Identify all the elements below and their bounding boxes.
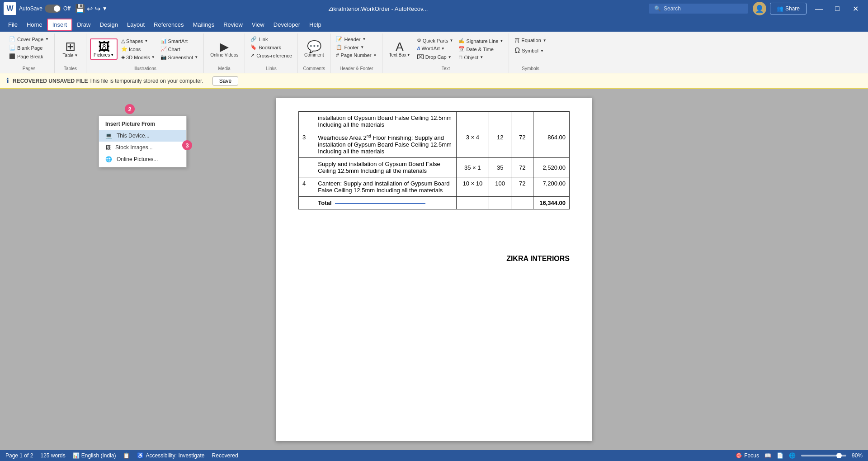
- cover-page-button[interactable]: 📄 Cover Page ▼: [7, 35, 51, 43]
- menu-layout[interactable]: Layout: [123, 19, 149, 30]
- cell-area: 35 × 1: [456, 158, 489, 177]
- tables-group: ⊞ Table ▼ Tables: [55, 33, 86, 73]
- redo-button[interactable]: ↪: [94, 5, 100, 13]
- zoom-slider[interactable]: [801, 455, 846, 456]
- print-layout-icon[interactable]: 📄: [777, 452, 783, 459]
- bookmark-button[interactable]: 🔖 Bookmark: [249, 43, 294, 51]
- maximize-button[interactable]: □: [828, 0, 846, 17]
- drop-cap-icon: ⌧: [417, 53, 424, 61]
- text-box-button[interactable]: A Text Box ▼: [386, 39, 413, 59]
- online-videos-icon: ▶: [220, 41, 229, 52]
- focus-button[interactable]: 🎯 Focus: [736, 452, 759, 459]
- object-button[interactable]: ◻ Object ▼: [457, 53, 505, 61]
- text-box-icon: A: [396, 41, 403, 52]
- link-icon: 🔗: [250, 36, 257, 42]
- close-button[interactable]: ✕: [846, 0, 864, 17]
- customize-button[interactable]: ▼: [102, 5, 108, 12]
- date-time-button[interactable]: 📅 Date & Time: [457, 45, 505, 53]
- read-mode-icon[interactable]: 📖: [764, 452, 771, 459]
- footer-icon: 📋: [336, 44, 342, 50]
- share-button[interactable]: 👥 Share: [770, 3, 807, 14]
- cell-amount: 864.00: [533, 131, 570, 158]
- avatar[interactable]: 👤: [753, 2, 766, 15]
- save-button[interactable]: 💾: [75, 4, 85, 14]
- screenshot-icon: 📷: [160, 54, 167, 60]
- links-group-label: Links: [249, 64, 294, 71]
- comment-button[interactable]: 💬 Comment: [302, 39, 326, 59]
- web-layout-icon[interactable]: 🌐: [789, 452, 796, 459]
- symbols-group-label: Symbols: [513, 64, 548, 71]
- menu-review[interactable]: Review: [219, 19, 247, 30]
- cell-rate: 72: [511, 177, 533, 197]
- menu-view[interactable]: View: [247, 19, 269, 30]
- notification-save-button[interactable]: Save: [212, 76, 238, 86]
- page-number-button[interactable]: # Page Number ▼: [334, 52, 378, 59]
- page-break-button[interactable]: ⬛ Page Break: [7, 52, 51, 60]
- zoom-thumb[interactable]: [836, 453, 842, 458]
- cell-description: Wearhouse Area 2nd Floor Finishing: Supp…: [314, 131, 456, 158]
- equation-button[interactable]: π Equation ▼: [513, 35, 548, 45]
- smartart-button[interactable]: 📊 SmartArt: [159, 37, 200, 45]
- link-button[interactable]: 🔗 Link: [249, 35, 294, 43]
- illustrations-group-label: Illustrations: [90, 64, 200, 71]
- search-box[interactable]: 🔍 Search: [649, 4, 748, 14]
- stock-images-item[interactable]: 🖼 Stock Images...: [99, 142, 186, 153]
- 3d-models-button[interactable]: ◈ 3D Models ▼: [119, 53, 157, 61]
- comment-icon: 💬: [307, 41, 321, 52]
- menu-home[interactable]: Home: [22, 19, 47, 30]
- cell-rate: 72: [511, 158, 533, 177]
- autosave-toggle[interactable]: [45, 5, 61, 13]
- language-indicator[interactable]: 📊 English (India): [73, 452, 116, 459]
- cell-description: Supply and installation of Gypsum Board …: [314, 158, 456, 177]
- blank-page-icon: 📃: [9, 45, 15, 51]
- wordart-button[interactable]: A WordArt ▼: [415, 45, 455, 52]
- cross-reference-button[interactable]: ↗ Cross-reference: [249, 52, 294, 59]
- language-icon: 📊: [73, 452, 80, 459]
- undo-button[interactable]: ↩: [87, 5, 93, 13]
- drop-cap-button[interactable]: ⌧ Drop Cap ▼: [415, 52, 455, 62]
- cell-qty: 100: [489, 177, 511, 197]
- spell-check-icon[interactable]: 📋: [123, 452, 130, 459]
- word-count: 125 words: [40, 452, 65, 459]
- menu-references[interactable]: References: [149, 19, 188, 30]
- date-time-icon: 📅: [458, 46, 465, 52]
- icons-button[interactable]: ⭐ Icons: [119, 45, 157, 53]
- pictures-button[interactable]: 🖼 Pictures ▼: [90, 38, 118, 60]
- cell-no: 4: [299, 177, 314, 197]
- cell-no: [299, 197, 314, 209]
- menu-draw[interactable]: Draw: [72, 19, 95, 30]
- signature-line-icon: ✍: [458, 38, 465, 44]
- menu-developer[interactable]: Developer: [269, 19, 305, 30]
- menu-insert[interactable]: Insert: [47, 19, 73, 31]
- notification-text: RECOVERED UNSAVED FILE This file is temp…: [13, 78, 203, 84]
- signature-line-button[interactable]: ✍ Signature Line ▼: [457, 37, 505, 45]
- online-pictures-item[interactable]: 🌐 Online Pictures...: [99, 153, 186, 165]
- comments-group-label: Comments: [302, 64, 326, 71]
- focus-icon: 🎯: [736, 452, 742, 459]
- chart-button[interactable]: 📈 Chart: [159, 45, 200, 53]
- share-icon: 👥: [777, 5, 783, 12]
- header-button[interactable]: 📝 Header ▼: [334, 35, 378, 43]
- footer-button[interactable]: 📋 Footer ▼: [334, 43, 378, 51]
- online-videos-button[interactable]: ▶ Online Videos: [208, 39, 241, 59]
- shapes-icon: △: [121, 38, 125, 44]
- table-button[interactable]: ⊞ Table ▼: [60, 39, 81, 59]
- menu-design[interactable]: Design: [95, 19, 123, 30]
- cell-area: [456, 112, 489, 131]
- cell-qty: [489, 112, 511, 131]
- this-device-item[interactable]: 💻 This Device...: [99, 130, 186, 142]
- menu-file[interactable]: File: [4, 19, 22, 30]
- blank-page-button[interactable]: 📃 Blank Page: [7, 44, 51, 52]
- title-bar: W AutoSave Off 💾 ↩ ↪ ▼ ZikraInterior.Wor…: [0, 0, 868, 17]
- status-indicator: Recovered: [212, 452, 238, 459]
- symbol-icon: Ω: [514, 47, 520, 55]
- quick-parts-button[interactable]: ⚙ Quick Parts ▼: [415, 37, 455, 44]
- menu-mailings[interactable]: Mailings: [189, 19, 219, 30]
- minimize-button[interactable]: —: [810, 0, 828, 17]
- accessibility-indicator[interactable]: ♿ Accessibility: Investigate: [137, 452, 204, 459]
- menu-help[interactable]: Help: [305, 19, 326, 30]
- screenshot-button[interactable]: 📷 Screenshot ▼: [159, 53, 200, 61]
- smartart-icon: 📊: [160, 38, 167, 44]
- shapes-button[interactable]: △ Shapes ▼: [119, 37, 157, 45]
- symbol-button[interactable]: Ω Symbol ▼: [513, 46, 548, 56]
